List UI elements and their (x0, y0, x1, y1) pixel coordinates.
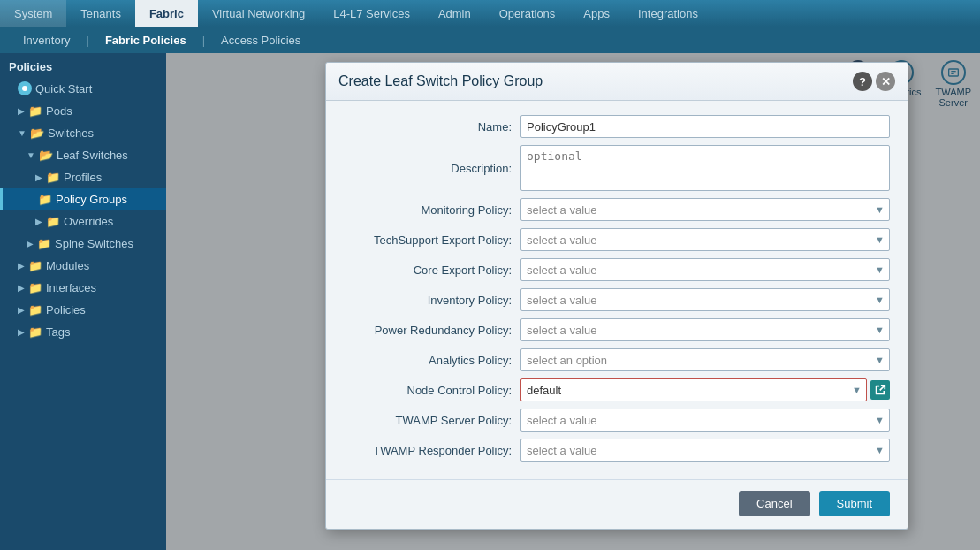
sidebar-item-switches[interactable]: ▼ 📂 Switches (0, 122, 166, 144)
subnav-inventory[interactable]: Inventory (9, 27, 84, 53)
chevron-right-icon-tags: ▶ (18, 327, 25, 337)
analytics-policy-select[interactable]: select an option (520, 348, 890, 371)
sidebar-label-policies: Policies (46, 303, 86, 317)
folder-icon-interfaces: 📁 (28, 281, 42, 294)
inventory-policy-label: Inventory Policy: (344, 294, 520, 307)
sidebar-item-spine-switches[interactable]: ▶ 📁 Spine Switches (0, 233, 166, 255)
sidebar-label-tags: Tags (46, 325, 70, 339)
sidebar-label-policy-groups: Policy Groups (56, 193, 127, 206)
folder-icon: 📁 (28, 104, 42, 118)
nav-operations[interactable]: Operations (485, 0, 570, 27)
sidebar-item-tags[interactable]: ▶ 📁 Tags (0, 321, 166, 343)
power-redundancy-policy-select[interactable]: select a value (520, 318, 890, 341)
nav-virtual-networking[interactable]: Virtual Networking (198, 0, 319, 27)
modal-header: Create Leaf Switch Policy Group ? ✕ (326, 63, 908, 101)
chevron-right-icon-spine: ▶ (27, 239, 34, 248)
nav-system[interactable]: System (0, 0, 66, 27)
top-navigation: System Tenants Fabric Virtual Networking… (0, 0, 980, 27)
power-redundancy-policy-select-wrap: select a value ▼ (520, 318, 890, 341)
sidebar-item-pods[interactable]: ▶ 📁 Pods (0, 100, 166, 122)
sidebar-item-quick-start[interactable]: Quick Start (0, 77, 166, 100)
sidebar-item-profiles[interactable]: ▶ 📁 Profiles (0, 166, 166, 188)
sidebar-label-modules: Modules (46, 259, 89, 272)
chevron-right-icon-overrides: ▶ (35, 217, 42, 226)
monitoring-policy-select-wrap: select a value ▼ (520, 198, 890, 221)
sidebar-item-modules[interactable]: ▶ 📁 Modules (0, 255, 166, 277)
nav-admin[interactable]: Admin (424, 0, 485, 27)
chevron-right-icon-policies: ▶ (18, 305, 25, 315)
monitoring-policy-select[interactable]: select a value (520, 198, 890, 221)
twamp-responder-policy-label: TWAMP Responder Policy: (344, 444, 520, 457)
monitoring-policy-label: Monitoring Policy: (344, 203, 520, 217)
nav-tenants[interactable]: Tenants (66, 0, 135, 27)
chevron-down-icon-leaf: ▼ (27, 150, 35, 160)
analytics-policy-label: Analytics Policy: (344, 354, 520, 367)
node-control-row: default ▼ (520, 378, 890, 401)
sub-navigation: Inventory | Fabric Policies | Access Pol… (0, 27, 980, 53)
techsupport-policy-select-wrap: select a value ▼ (520, 228, 890, 251)
form-row-monitoring-policy: Monitoring Policy: select a value ▼ (344, 198, 890, 221)
twamp-server-policy-select-wrap: select a value ▼ (520, 409, 890, 432)
subnav-fabric-policies[interactable]: Fabric Policies (91, 27, 201, 53)
modal-help-button[interactable]: ? (853, 72, 872, 91)
modal-body: Name: Description: Monitoring Policy: (326, 101, 908, 479)
sidebar-item-policies[interactable]: ▶ 📁 Policies (0, 299, 166, 321)
node-control-link-icon[interactable] (870, 380, 890, 400)
sidebar-label-interfaces: Interfaces (46, 281, 96, 294)
twamp-server-policy-label: TWAMP Server Policy: (344, 414, 520, 427)
form-row-techsupport-policy: TechSupport Export Policy: select a valu… (344, 228, 890, 251)
form-row-description: Description: (344, 145, 890, 191)
techsupport-policy-label: TechSupport Export Policy: (344, 233, 520, 247)
modal-close-button[interactable]: ✕ (876, 72, 895, 91)
chevron-right-icon-interfaces: ▶ (18, 283, 25, 293)
radio-icon (18, 81, 32, 95)
cancel-button[interactable]: Cancel (739, 491, 809, 516)
nav-apps[interactable]: Apps (569, 0, 624, 27)
sidebar-item-interfaces[interactable]: ▶ 📁 Interfaces (0, 277, 166, 299)
sidebar-label-overrides: Overrides (64, 215, 113, 228)
inventory-policy-select-wrap: select a value ▼ (520, 288, 890, 311)
nav-fabric[interactable]: Fabric (135, 0, 198, 27)
form-row-node-control-policy: Node Control Policy: default ▼ (344, 378, 890, 401)
modal-overlay: Create Leaf Switch Policy Group ? ✕ Name… (166, 53, 980, 550)
folder-icon-overrides: 📁 (46, 215, 60, 228)
main-layout: Policies Quick Start ▶ 📁 Pods ▼ 📂 Switch… (0, 53, 980, 550)
folder-icon-modules: 📁 (28, 259, 42, 272)
modal-footer: Cancel Submit (326, 479, 908, 529)
name-input[interactable] (520, 115, 890, 138)
core-export-policy-select-wrap: select a value ▼ (520, 258, 890, 281)
form-row-name: Name: (344, 115, 890, 138)
twamp-responder-policy-select[interactable]: select a value (520, 439, 890, 462)
core-export-policy-label: Core Export Policy: (344, 264, 520, 277)
name-label: Name: (344, 120, 520, 134)
sidebar-item-leaf-switches[interactable]: ▼ 📂 Leaf Switches (0, 144, 166, 166)
sidebar-label-switches: Switches (48, 126, 94, 140)
inventory-policy-select[interactable]: select a value (520, 288, 890, 311)
techsupport-policy-select[interactable]: select a value (520, 228, 890, 251)
description-input[interactable] (520, 145, 890, 191)
sidebar-label-pods: Pods (46, 104, 72, 118)
form-row-twamp-server-policy: TWAMP Server Policy: select a value ▼ (344, 409, 890, 432)
subnav-access-policies[interactable]: Access Policies (207, 27, 315, 53)
nav-integrations[interactable]: Integrations (624, 0, 712, 27)
sidebar-label-quick-start: Quick Start (35, 82, 92, 95)
sidebar-label-profiles: Profiles (64, 171, 102, 184)
analytics-policy-select-wrap: select an option ▼ (520, 348, 890, 371)
form-row-power-redundancy-policy: Power Redundancy Policy: select a value … (344, 318, 890, 341)
core-export-policy-select[interactable]: select a value (520, 258, 890, 281)
create-leaf-switch-policy-group-modal: Create Leaf Switch Policy Group ? ✕ Name… (325, 62, 908, 530)
twamp-server-policy-select[interactable]: select a value (520, 409, 890, 432)
submit-button[interactable]: Submit (819, 491, 890, 516)
node-control-policy-select[interactable]: default (520, 378, 867, 401)
node-control-policy-label: Node Control Policy: (344, 384, 520, 397)
sidebar-item-policy-groups[interactable]: 📁 Policy Groups (0, 188, 166, 210)
sidebar-label-leaf-switches: Leaf Switches (57, 149, 128, 162)
folder-icon-spine: 📁 (37, 237, 51, 250)
form-row-core-export-policy: Core Export Policy: select a value ▼ (344, 258, 890, 281)
sidebar-item-overrides[interactable]: ▶ 📁 Overrides (0, 210, 166, 233)
content-area: ? Analytics TWAMP (166, 53, 980, 550)
folder-icon-policy-groups: 📁 (38, 193, 52, 206)
nav-l4l7[interactable]: L4-L7 Services (319, 0, 424, 27)
sidebar: Policies Quick Start ▶ 📁 Pods ▼ 📂 Switch… (0, 53, 166, 550)
folder-icon-profiles: 📁 (46, 171, 60, 184)
